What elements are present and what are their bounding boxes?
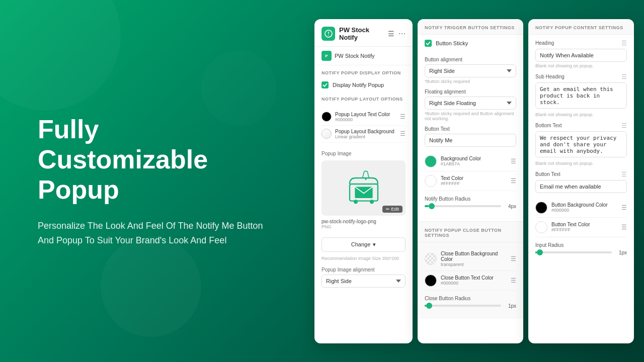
close-bg-val: transparent <box>441 262 511 267</box>
close-radius-slider-thumb[interactable] <box>426 303 432 309</box>
btn-text-input[interactable] <box>535 180 627 193</box>
close-bg-info: Close Button Background Color transparen… <box>441 251 511 267</box>
heading-input[interactable] <box>535 49 627 62</box>
close-radius-label: Close Button Radius <box>425 296 516 301</box>
app-icon <box>321 27 335 41</box>
image-alignment-section: Popup Image alignment Right Side Left Si… <box>314 264 413 291</box>
floating-dropdown[interactable]: Right Side Floating Left Side Floating <box>425 97 516 110</box>
change-button[interactable]: Change ▾ <box>321 237 406 252</box>
bg-color-info: Background Color #1AB57A <box>441 156 481 166</box>
card1-section-layout-label: NOTIFY POPUP LAYOUT OPTIONS <box>314 92 413 105</box>
btn-bg-stack-icon[interactable]: ☰ <box>621 204 627 211</box>
bg-color-val: #1AB57A <box>441 161 481 166</box>
radius-slider-row[interactable]: 4px <box>425 204 516 209</box>
checkmark-icon <box>323 82 328 87</box>
bg-color-stack-icon[interactable]: ☰ <box>511 158 516 165</box>
close-section: NOTIFY POPUP CLOSE BUTTON SETTINGS Close… <box>418 221 523 319</box>
bottom-text-label: Bottom Text <box>535 123 562 128</box>
color-row-1[interactable]: Popup Layout Text Color #000000 ☰ <box>321 109 406 126</box>
hero-heading: Fully Customizable Popup <box>38 115 269 205</box>
color-row-2[interactable]: Popup Layout Background Linear gradient … <box>321 126 406 143</box>
floating-alignment-group: Floating alignment Right Side Floating L… <box>425 89 516 121</box>
radius-slider-thumb[interactable] <box>429 203 435 209</box>
subheading-label: Sub Heading <box>535 74 565 79</box>
btn-text-color-row[interactable]: Button Text Color #FFFFFF ☰ <box>535 218 627 237</box>
button-text-label: Button Text <box>425 126 516 132</box>
display-checkbox-row[interactable]: Display Notify Popup <box>314 78 413 92</box>
svg-point-9 <box>354 200 358 204</box>
btn-text-stack-icon[interactable]: ☰ <box>621 171 627 178</box>
close-bg-stack-icon[interactable]: ☰ <box>511 255 516 262</box>
close-text-row[interactable]: Close Button Text Color #000000 ☰ <box>425 271 516 291</box>
color2-stack-icon[interactable]: ☰ <box>400 130 406 137</box>
subheading-stack-icon[interactable]: ☰ <box>621 73 627 80</box>
alignment-select[interactable]: Right Side Left Side Center <box>321 275 406 288</box>
menu-lines-icon[interactable]: ☰ <box>388 30 394 38</box>
close-text-stack-icon[interactable]: ☰ <box>511 277 516 284</box>
btn-text-color-dot <box>535 221 547 233</box>
close-bg-name: Close Button Background Color <box>441 251 511 262</box>
subheading-input[interactable]: Get an email when this product is back i… <box>535 82 627 109</box>
btn-text-color-val: #FFFFFF <box>551 227 590 232</box>
input-radius-slider-thumb[interactable] <box>537 249 543 255</box>
card1-sub-header: P PW Stock Notify <box>314 47 413 65</box>
close-text-val: #000000 <box>441 281 494 286</box>
text-color-stack-icon[interactable]: ☰ <box>511 177 516 185</box>
card1-section-display-label: NOTIFY POPUP DISPLAY OPTION <box>314 65 413 78</box>
card2-close-section-title: NOTIFY POPUP CLOSE BUTTON SETTINGS <box>418 222 523 242</box>
text-color-row[interactable]: Text Color #FFFFFF ☰ <box>425 171 516 191</box>
image-filename: pw-stock-notify-logo-png <box>321 219 406 224</box>
card3-section-title: NOTIFY POPUP CONTENT SETTINGS <box>528 19 634 35</box>
sticky-row[interactable]: Button Sticky <box>418 35 523 52</box>
btn-bg-color-row[interactable]: Button Background Color #000000 ☰ <box>535 198 627 218</box>
alignment-dropdown[interactable]: Right Side Left Side Center <box>425 64 516 77</box>
sticky-checkbox[interactable] <box>425 40 432 47</box>
edit-badge[interactable]: ✏ Edit <box>382 206 403 213</box>
btn-text-color-left: Button Text Color #FFFFFF <box>535 221 590 233</box>
color2-value: Linear gradient <box>335 134 394 139</box>
bg-color-row[interactable]: Background Color #1AB57A ☰ <box>425 152 516 171</box>
bottom-text-input[interactable]: We respect your privacy and don't share … <box>535 131 627 157</box>
bottom-text-stack-icon[interactable]: ☰ <box>621 122 627 129</box>
floating-field-label: Floating alignment <box>425 89 516 95</box>
card2-body: Button alignment Right Side Left Side Ce… <box>418 52 523 219</box>
card1-header-icons[interactable]: ☰ ⋯ <box>388 30 406 38</box>
radius-group: Notify Button Radius 4px <box>425 196 516 209</box>
card1-sub-title: PW Stock Notify <box>335 53 374 59</box>
card3-body: Heading ☰ Blank not showing on popup. Su… <box>528 35 634 265</box>
color2-dot <box>321 129 332 139</box>
close-radius-slider-row[interactable]: 1px <box>425 303 516 309</box>
svg-point-2 <box>328 35 329 36</box>
color1-stack-icon[interactable]: ☰ <box>400 113 406 120</box>
btn-bg-color-dot <box>535 202 547 214</box>
input-radius-slider-track[interactable] <box>535 251 612 253</box>
heading-label: Heading <box>535 40 554 46</box>
radius-slider-track[interactable] <box>425 205 501 207</box>
alignment-label: Popup Image alignment <box>321 267 406 273</box>
close-text-info: Close Button Text Color #000000 <box>441 275 494 286</box>
close-bg-left: Close Button Background Color transparen… <box>425 251 511 267</box>
display-checkbox-label: Display Notify Popup <box>333 82 384 88</box>
display-checkbox[interactable] <box>321 81 329 88</box>
close-radius-slider-track[interactable] <box>425 305 501 307</box>
input-radius-group: Input Radius 1px <box>535 242 627 255</box>
color2-left: Popup Layout Background Linear gradient <box>321 129 394 139</box>
bg-color-name: Background Color <box>441 156 481 161</box>
button-text-input[interactable] <box>425 134 516 147</box>
bottom-text-field: Bottom Text ☰ We respect your privacy an… <box>535 122 627 166</box>
input-radius-slider-row[interactable]: 1px <box>535 250 627 255</box>
close-radius-slider-value: 1px <box>505 303 516 309</box>
close-bg-row[interactable]: Close Button Background Color transparen… <box>425 247 516 271</box>
cart-icon <box>344 168 384 208</box>
btn-text-field-header: Button Text ☰ <box>535 171 627 178</box>
close-text-left: Close Button Text Color #000000 <box>425 275 494 287</box>
subheading-note: Blank not showing on popup. <box>535 112 627 117</box>
btn-text-stack-icon[interactable]: ☰ <box>621 224 627 231</box>
button-text-group: Button Text <box>425 126 516 147</box>
btn-bg-color-info: Button Background Color #000000 <box>551 202 608 213</box>
heading-stack-icon[interactable]: ☰ <box>621 40 627 47</box>
image-type: PNG <box>321 224 406 229</box>
btn-text-label: Button Text <box>535 171 560 177</box>
more-options-icon[interactable]: ⋯ <box>398 30 406 38</box>
heading-note: Blank not showing on popup. <box>535 63 627 68</box>
